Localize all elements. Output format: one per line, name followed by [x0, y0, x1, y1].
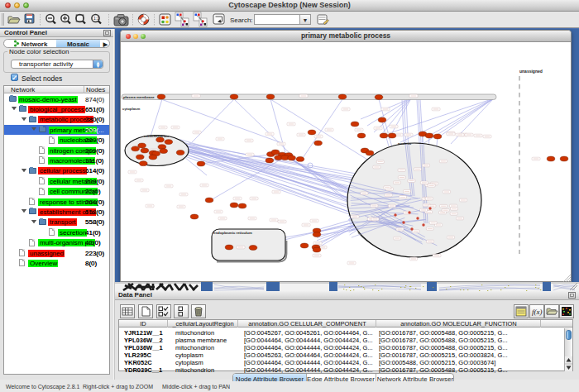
svg-text:1:1: 1:1 — [93, 16, 99, 21]
svg-text:nucleus: nucleus — [398, 141, 412, 146]
svg-text:endoplasmic reticulum: endoplasmic reticulum — [213, 231, 252, 235]
svg-text:mitochondrion: mitochondrion — [144, 134, 169, 138]
svg-text:cytoplasm: cytoplasm — [122, 107, 140, 111]
svg-text:plasma membrane: plasma membrane — [123, 95, 155, 99]
svg-text:unassigned: unassigned — [519, 69, 543, 74]
svg-text:f(x): f(x) — [532, 308, 543, 316]
